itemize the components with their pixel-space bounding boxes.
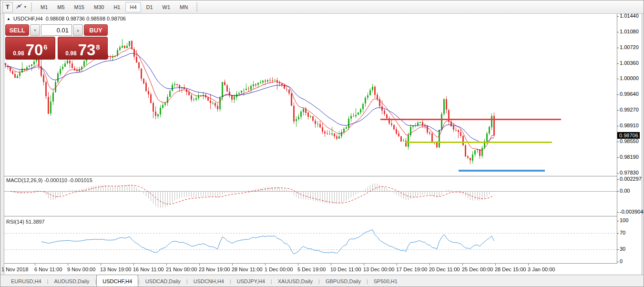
text-tool-button[interactable]: T [2,2,13,12]
timeframe-button-d1[interactable]: D1 [142,2,157,12]
rsi-label: RSI(14) 51.3897 [6,219,45,225]
timeframe-button-h4[interactable]: H4 [125,2,141,12]
buy-price-prefix: 0.98 [65,50,76,57]
price-axis-label: 0.97830 [620,170,639,175]
macd-label: MACD(12,26,9) -0.000110 -0.001015 [6,177,92,183]
time-axis-label: 5 Dec 19:00 [297,266,326,272]
ohlc-values: 0.98608 0.98736 0.98598 0.98706 [46,16,126,21]
macd-name: MACD(12,26,9) [6,177,42,183]
timeframe-button-m30[interactable]: M30 [90,2,108,12]
time-axis-tick [331,264,331,266]
toolbar-grip[interactable] [31,3,32,11]
time-axis-label: 25 Dec 00:00 [462,266,493,272]
buy-price-box[interactable]: 0.98 73 8 [58,37,108,60]
time-axis-label: 10 Dec 11:00 [330,266,361,272]
price-axis-label: 1.00720 [620,44,639,50]
time-axis-label: 28 Dec 15:00 [495,266,526,272]
lot-increase-button[interactable]: ▲ [73,24,83,36]
macd-axis-label: -0.003904 [620,209,644,215]
chart-tab-audusd-daily[interactable]: AUDUSD,Daily [48,276,95,287]
symbol-period-label: USDCHF,H4 [13,16,43,21]
time-axis-tick [199,264,200,266]
chart-header: ▲ USDCHF,H4 0.98608 0.98736 0.98598 0.98… [7,16,126,21]
sell-price-big: 70 [26,43,43,57]
arrows-icon [15,3,23,11]
price-axis-label: 1.01080 [620,29,639,34]
window-right-edge [642,14,644,275]
sell-button[interactable]: SELL [5,24,29,36]
toolbar-grip-2[interactable] [196,3,197,11]
time-axis-label: 20 Dec 11:00 [429,266,460,272]
time-axis-label: 1 Dec 00:00 [265,266,293,272]
timeframe-group: M1M5M15M30H1H4D1W1MN [36,2,193,12]
time-axis-label: 13 Dec 00:00 [363,266,394,272]
one-click-trade-panel: SELL ▼ ▲ BUY 0.98 70 6 0.98 73 8 [5,24,108,60]
chart-tab-usdchf-h4[interactable]: USDCHF,H4 [96,275,138,287]
sell-price-box[interactable]: 0.98 70 6 [5,37,55,60]
sell-price-prefix: 0.98 [13,50,24,57]
time-axis-label: 6 Nov 11:00 [34,266,62,272]
time-axis-label: 13 Nov 19:00 [100,266,131,272]
price-axis-label: 1.00000 [620,75,639,81]
buy-price-pip: 8 [96,44,100,50]
price-axis-label: 1.00360 [620,60,639,66]
rsi-axis-label: 30 [620,246,625,252]
rsi-axis-label: 70 [620,230,625,236]
timeframe-button-m1[interactable]: M1 [36,2,52,12]
time-axis-tick [133,264,134,266]
chart-tab-eurusd-h4[interactable]: EURUSD,H4 [5,276,47,287]
chart-tab-usdcnh-h4[interactable]: USDCNH,H4 [188,276,230,287]
rsi-name: RSI(14) [6,219,24,225]
chart-tab-usdjpy-h4[interactable]: USDJPY,H4 [231,276,271,287]
time-axis-tick [495,264,496,266]
sell-price-pip: 6 [43,44,47,50]
price-axis-label: 0.98910 [620,123,639,128]
timeframe-button-m5[interactable]: M5 [53,2,69,12]
buy-button[interactable]: BUY [84,24,108,36]
macd-axis-label: 0.002297 [620,176,642,182]
window-left-edge [0,14,4,275]
time-axis-tick [232,264,233,266]
time-axis-label: 28 Nov 11:00 [232,266,263,272]
mt4-window: T ▼ M1M5M15M30H1H4D1W1MN ▲ USDCHF,H4 0.9… [0,0,644,287]
time-axis-label: 1 Nov 2018 [1,266,28,272]
collapse-triangle-icon[interactable]: ▲ [7,17,10,21]
lot-size-input[interactable] [41,24,72,36]
time-axis-tick [101,264,101,266]
time-axis-label: 21 Nov 00:00 [166,266,197,272]
timeframe-button-m15[interactable]: M15 [70,2,89,12]
timeframe-button-h1[interactable]: H1 [109,2,124,12]
chart-tab-usdcad-daily[interactable]: USDCAD,Daily [140,276,186,287]
time-axis-tick [528,264,529,266]
rsi-value: 51.3897 [26,219,45,225]
time-axis-tick [462,264,463,266]
current-price-tag: 0.98706 [617,132,640,139]
time-axis-tick [35,264,35,266]
chart-tab-xauusd-daily[interactable]: XAUUSD,Daily [272,276,318,287]
time-axis-tick [68,264,68,266]
timeframe-button-w1[interactable]: W1 [158,2,175,12]
time-axis-label: 9 Nov 00:00 [67,266,95,272]
time-axis-label: 17 Dec 19:00 [396,266,427,272]
dropdown-caret-icon: ▼ [24,5,27,9]
macd-values: -0.000110 -0.001015 [44,177,92,183]
price-axis-label: 0.98550 [620,138,639,144]
chart-tab-bar: EURUSD,H4|AUDUSD,Daily|USDCHF,H4|USDCAD,… [0,275,644,287]
time-axis-label: 23 Nov 19:00 [199,266,230,272]
time-axis-tick [298,264,298,266]
lot-decrease-button[interactable]: ▼ [30,24,40,36]
timeframe-button-mn[interactable]: MN [175,2,192,12]
price-axis-label: 0.98190 [620,154,639,160]
time-axis-label: 16 Nov 11:00 [133,266,164,272]
rsi-axis-label: 100 [620,217,628,223]
chart-tab-sp500-h1[interactable]: SP500,H1 [368,276,403,287]
chart-tab-gbpusd-daily[interactable]: GBPUSD,Daily [320,276,367,287]
arrows-tool-button[interactable]: ▼ [15,2,27,12]
rsi-axis-label: 0 [620,258,623,264]
price-axis-label: 0.99640 [620,91,639,97]
buy-price-big: 73 [78,43,96,57]
time-axis-label: 3 Jan 00:00 [528,266,555,272]
price-axis-border [617,14,617,264]
top-toolbar: T ▼ M1M5M15M30H1H4D1W1MN [0,0,644,14]
price-axis-label: 0.99270 [620,107,639,113]
